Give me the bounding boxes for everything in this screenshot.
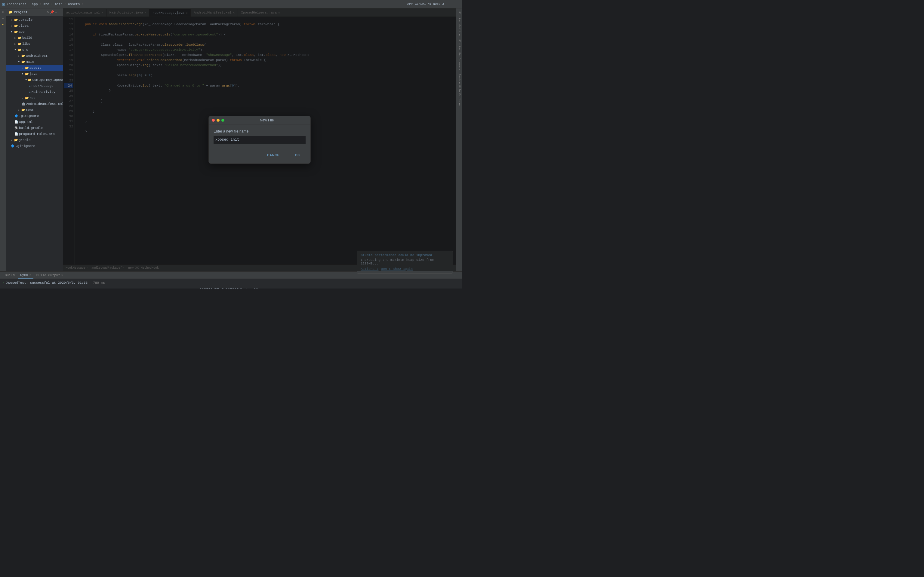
arrow-icon: ▼ — [15, 48, 17, 52]
java-file-icon: ☕ — [29, 90, 31, 94]
folder-icon: 📂 — [14, 30, 18, 34]
build-item-label: XposedTest: successful at 2020/6/3, 01:3… — [6, 281, 88, 285]
sidebar-item-androidmanifest[interactable]: 🤖 AndroidManifest.xml — [6, 101, 63, 107]
cancel-button[interactable]: CANCEL — [262, 151, 287, 159]
sidebar-item-androidtest[interactable]: ▶ 📂 androidTest — [6, 53, 63, 59]
flutter-performance-panel[interactable]: Flutter Performance — [457, 37, 461, 72]
close-tab-icon[interactable]: ✕ — [29, 273, 31, 276]
ok-button[interactable]: OK — [290, 151, 306, 159]
bottom-options-icon[interactable]: ⋯ — [454, 273, 456, 277]
sidebar-item-main[interactable]: ▼ 📂 main — [6, 59, 63, 65]
sidebar-item-app[interactable]: ▼ 📂 app — [6, 29, 63, 35]
close-sidebar-icon[interactable]: — — [58, 10, 60, 14]
title-app: app — [32, 2, 38, 6]
left-iconbar: ≡ ⊞ ★ — [0, 8, 6, 271]
sidebar-item-src[interactable]: ▼ 📂 src — [6, 47, 63, 53]
sidebar-item-hookmessage[interactable]: ☕ HookMessage — [6, 83, 63, 89]
bottom-tab-label: Build — [5, 274, 15, 277]
arrow-icon: ▼ — [25, 79, 27, 81]
title-sep1: › — [28, 2, 30, 6]
dialog-titlebar: New File — [209, 116, 310, 124]
sidebar-item-res[interactable]: ▶ 📂 res — [6, 95, 63, 101]
sidebar-item-java[interactable]: ▼ 📂 java — [6, 71, 63, 77]
bottom-minimize-icon[interactable]: — — [457, 273, 460, 277]
sidebar-item-label: androidTest — [26, 54, 48, 58]
sidebar-item-gradle[interactable]: ▶ 📂 .gradle — [6, 17, 63, 23]
build-success-icon: ✓ — [2, 281, 5, 285]
dialog-maximize-dot[interactable] — [221, 119, 225, 122]
sidebar-item-label: AndroidManifest.xml — [26, 102, 63, 106]
sidebar-item-label: .gradle — [19, 18, 32, 22]
arrow-icon: ▶ — [22, 66, 24, 70]
structure-icon[interactable]: ⊞ — [0, 16, 6, 21]
arrow-icon: ▶ — [11, 24, 13, 27]
device-file-panel[interactable]: Device File Explorer — [457, 72, 461, 108]
arrow-icon: ▶ — [18, 55, 21, 58]
sidebar-item-libs[interactable]: ▶ 📂 libs — [6, 41, 63, 47]
title-sep5: › — [82, 2, 84, 6]
arrow-icon: ▶ — [15, 36, 17, 40]
editor-area: activity_main.xml ✕ MainActivity.java ✕ … — [63, 8, 456, 271]
bottom-content: ✓ XposedTest: successful at 2020/6/3, 01… — [0, 279, 462, 288]
dialog-minimize-dot[interactable] — [216, 119, 220, 122]
file-icon: 📄 — [15, 120, 18, 124]
title-sep3: › — [51, 2, 53, 6]
close-tab-icon[interactable]: ✕ — [61, 274, 63, 277]
new-file-input[interactable] — [213, 136, 305, 144]
title-project: XposedTest — [6, 2, 26, 6]
arrow-icon: ▶ — [11, 139, 13, 142]
arrow-icon: ▼ — [11, 31, 13, 33]
sidebar-item-label: HookMessage — [32, 84, 53, 88]
sidebar-item-gitignore2[interactable]: 🔷 .gitignore — [6, 113, 63, 119]
settings-icon[interactable]: ⋯ — [55, 10, 57, 14]
app-label: APP — [407, 2, 413, 6]
sidebar-content: ▶ 📂 .gradle ▶ 📂 .idea ▼ 📂 app ▶ 📂 build … — [6, 16, 63, 271]
sidebar-item-build[interactable]: ▶ 📂 build — [6, 35, 63, 41]
xml-file-icon: 🤖 — [22, 102, 25, 106]
bottom-tab-sync[interactable]: Sync ✕ — [18, 272, 33, 279]
sidebar-item-label: main — [26, 60, 34, 64]
sidebar-item-label: assets — [29, 66, 42, 70]
sidebar-item-test[interactable]: ▶ 📂 test — [6, 107, 63, 113]
folder-icon: 📂 — [14, 24, 18, 27]
flutter-outline-panel[interactable]: Flutter Outline — [457, 10, 461, 37]
sidebar-item-appiml[interactable]: 📄 app.iml — [6, 119, 63, 125]
arrow-icon: ▶ — [22, 97, 24, 100]
dialog-close-dot[interactable] — [212, 119, 215, 122]
gear-icon[interactable]: ⚙ — [47, 10, 49, 14]
dialog-overlay: New File Enter a new file name: CANCEL O… — [63, 8, 456, 271]
dialog-body: Enter a new file name: — [209, 124, 310, 148]
sidebar-item-gradle-root[interactable]: ▶ 📂 gradle — [6, 137, 63, 143]
sidebar-item-assets[interactable]: ▶ 📂 assets — [6, 65, 63, 71]
right-panels: Flutter Outline Flutter Performance Devi… — [456, 8, 462, 271]
gradle-file-icon: 🐘 — [15, 126, 18, 130]
bottom-tab-build[interactable]: Build — [2, 272, 17, 279]
sidebar-item-label: proguard-rules.pro — [19, 132, 55, 136]
pin-icon[interactable]: 📌 — [50, 10, 54, 14]
sidebar-item-idea[interactable]: ▶ 📂 .idea — [6, 23, 63, 29]
sidebar-item-mainactivity[interactable]: ☕ MainActivity — [6, 89, 63, 95]
sidebar-item-label: app — [19, 30, 25, 34]
favorites-icon[interactable]: ★ — [0, 22, 6, 27]
sidebar-item-label: .idea — [19, 24, 29, 27]
sidebar-item-label: MainActivity — [32, 90, 55, 94]
folder-icon: 📂 — [18, 48, 21, 52]
sidebar-item-label: libs — [22, 42, 30, 46]
configure-text: CONFIGURE SUCCESSFUL in 403ms — [200, 288, 263, 288]
project-panel-icon[interactable]: ≡ — [0, 10, 6, 15]
arrow-icon: ▶ — [18, 108, 21, 112]
sidebar-folder-icon: 📁 — [8, 10, 13, 14]
sidebar-item-buildgradle[interactable]: 🐘 build.gradle — [6, 125, 63, 131]
sidebar-item-label: .gitignore — [15, 144, 35, 148]
sidebar-item-proguard[interactable]: 📄 proguard-rules.pro — [6, 131, 63, 137]
sidebar-item-gitignore-root[interactable]: 🔷 .gitignore — [6, 143, 63, 149]
arrow-icon: ▶ — [11, 18, 13, 22]
sidebar-item-package[interactable]: ▼ 📂 com.germey.xposedtest — [6, 77, 63, 83]
title-src: src — [43, 2, 49, 6]
file-icon: 🔷 — [15, 114, 18, 118]
sidebar-item-label: build.gradle — [19, 126, 43, 130]
new-file-dialog: New File Enter a new file name: CANCEL O… — [208, 116, 311, 164]
folder-icon: 📂 — [21, 108, 25, 112]
bottom-tab-label: Sync — [20, 273, 28, 277]
bottom-tab-build-output[interactable]: Build Output ✕ — [34, 272, 66, 279]
